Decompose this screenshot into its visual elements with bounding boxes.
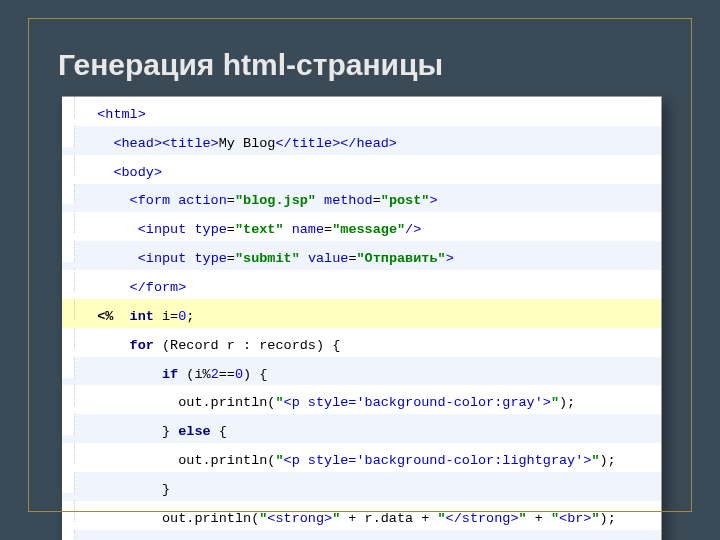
slide-title: Генерация html-страницы [58, 48, 692, 82]
slide: Генерация html-страницы <html> <head><ti… [0, 0, 720, 540]
code-block: <html> <head><title>My Blog</title></hea… [62, 96, 662, 540]
